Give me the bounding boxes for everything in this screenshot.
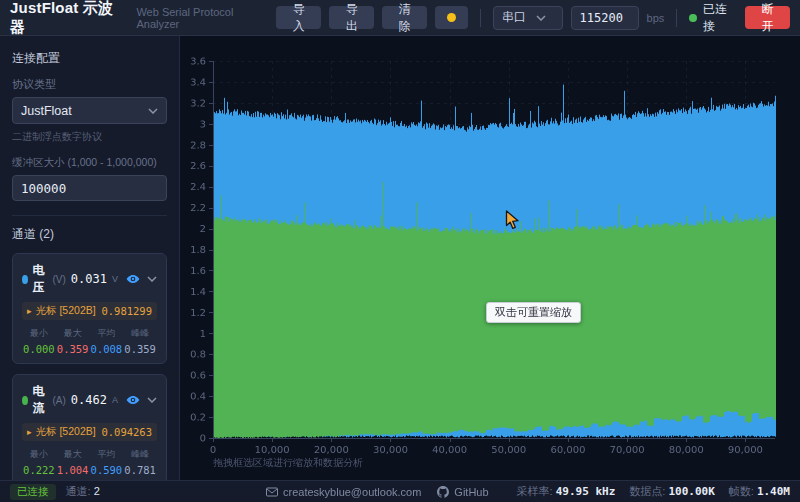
status-bar: 已连接 通道: 2 createskyblue@outlook.com GitH… (0, 480, 800, 502)
cursor-label: 光标 [5202B] (36, 304, 96, 318)
channel-name: 电流 (33, 383, 48, 417)
stat-avg-value: 0.008 (90, 343, 124, 355)
sample-rate: 采样率: 49.95 kHz (517, 484, 616, 499)
data-points-value: 100.00K (668, 485, 714, 498)
stat-pp-value: 0.359 (123, 343, 157, 355)
top-bar: JustFloat 示波器 Web Serial Protocol Analyz… (0, 0, 800, 36)
sample-rate-label: 采样率: (517, 485, 553, 497)
serial-port-select-value: 串口 (502, 9, 526, 26)
stat-avg-label: 平均 (90, 448, 124, 461)
record-indicator-button[interactable] (435, 6, 468, 29)
stat-max-label: 最大 (56, 448, 90, 461)
baud-rate-input[interactable] (571, 6, 639, 30)
channel-value-unit: A (112, 395, 118, 405)
protocol-select-value: JustFloat (21, 104, 72, 118)
stat-avg-label: 平均 (90, 327, 124, 340)
stat-min-label: 最小 (22, 448, 56, 461)
buffer-size-input[interactable] (12, 175, 167, 201)
toolbar-divider (480, 9, 481, 27)
github-text: GitHub (454, 486, 488, 498)
clear-button[interactable]: 清除 (382, 6, 427, 29)
frame-count-label: 帧数: (729, 485, 754, 497)
app-window: JustFloat 示波器 Web Serial Protocol Analyz… (0, 0, 800, 502)
chevron-down-icon (536, 15, 546, 21)
channels-count: 通道: 2 (66, 484, 100, 499)
stat-pp-value: 0.781 (123, 464, 157, 476)
connection-status-label: 已连接 (703, 1, 737, 35)
channel-stats: 最小 0.222 最大 1.004 平均 0.590 峰峰 0.781 (22, 448, 157, 476)
stat-max-value: 0.359 (56, 343, 90, 355)
record-dot-icon (447, 13, 456, 22)
status-badge: 已连接 (10, 484, 56, 500)
frame-count: 帧数: 1.40M (729, 484, 790, 499)
channels-heading: 通道 (2) (12, 226, 167, 243)
channels-count-value: 2 (94, 485, 100, 497)
email-link[interactable]: createskyblue@outlook.com (266, 486, 421, 498)
channel-value-unit: V (112, 274, 118, 284)
channel-header: 电流 (A) 0.462 A (22, 383, 157, 417)
email-text: createskyblue@outlook.com (283, 486, 421, 498)
stat-min-label: 最小 (22, 327, 56, 340)
github-link[interactable]: GitHub (437, 486, 488, 498)
chevron-down-icon (148, 108, 158, 114)
collapse-chevron-icon[interactable] (147, 276, 157, 282)
cursor-value: 0.094263 (101, 426, 152, 438)
sample-rate-value: 49.95 kHz (556, 485, 616, 498)
channels-count-label: 通道: (66, 485, 91, 497)
connection-config-heading: 连接配置 (12, 50, 167, 67)
stat-avg-value: 0.590 (90, 464, 124, 476)
data-points: 数据点: 100.00K (629, 484, 714, 499)
channel-name: 电压 (33, 262, 48, 296)
import-button[interactable]: 导入 (276, 6, 321, 29)
cursor-readout-row: ▸ 光标 [5202B] 0.094263 (22, 423, 157, 441)
disconnect-button[interactable]: 断开 (745, 6, 790, 29)
channel-live-value: 0.031 (71, 272, 107, 286)
data-points-label: 数据点: (629, 485, 665, 497)
visibility-eye-icon[interactable] (126, 393, 140, 407)
visibility-eye-icon[interactable] (126, 272, 140, 286)
stat-max-value: 1.004 (56, 464, 90, 476)
stat-max-label: 最大 (56, 327, 90, 340)
toolbar-actions: 导入 导出 清除 串口 bps 已连接 断开 (276, 1, 790, 35)
stat-min-value: 0.000 (22, 343, 56, 355)
channel-stats: 最小 0.000 最大 0.359 平均 0.008 峰峰 0.359 (22, 327, 157, 355)
cursor-value: 0.981299 (101, 305, 152, 317)
toolbar-divider (676, 9, 677, 27)
export-button[interactable]: 导出 (329, 6, 374, 29)
github-icon (437, 486, 449, 498)
cursor-label: 光标 [5202B] (36, 425, 96, 439)
channel-color-dot (22, 396, 28, 405)
stat-pp-label: 峰峰 (123, 327, 157, 340)
channel-card-voltage[interactable]: 电压 (V) 0.031 V ▸ 光标 [5202B] 0.981299 (12, 253, 167, 364)
channel-header: 电压 (V) 0.031 V (22, 262, 157, 296)
oscilloscope-chart-canvas[interactable] (180, 36, 800, 480)
mouse-cursor-icon (505, 210, 520, 230)
protocol-hint: 二进制浮点数字协议 (12, 130, 167, 144)
app-title: JustFloat 示波器 (10, 0, 126, 37)
chart-panel: 拖拽框选区域进行缩放和数据分析 双击可重置缩放 (180, 36, 800, 480)
serial-port-select[interactable]: 串口 (493, 6, 563, 30)
zoom-reset-tooltip: 双击可重置缩放 (486, 302, 581, 323)
stat-pp-label: 峰峰 (123, 448, 157, 461)
sidebar: 连接配置 协议类型 JustFloat 二进制浮点数字协议 缓冲区大小 (1,0… (0, 36, 180, 480)
channel-color-dot (22, 275, 28, 284)
buffer-size-label: 缓冲区大小 (1,000 - 1,000,000) (12, 156, 167, 170)
chart-drag-hint: 拖拽框选区域进行缩放和数据分析 (213, 456, 363, 470)
channel-live-value: 0.462 (71, 393, 107, 407)
protocol-type-label: 协议类型 (12, 77, 167, 92)
mail-icon (266, 486, 278, 498)
channel-unit-label: (V) (53, 274, 66, 285)
frame-count-value: 1.40M (757, 485, 790, 498)
channel-unit-label: (A) (53, 395, 66, 406)
channel-card-current[interactable]: 电流 (A) 0.462 A ▸ 光标 [5202B] 0.094263 (12, 374, 167, 485)
connection-status: 已连接 (689, 1, 737, 35)
protocol-select[interactable]: JustFloat (12, 97, 167, 124)
stat-min-value: 0.222 (22, 464, 56, 476)
sidebar-divider (12, 215, 167, 216)
cursor-marker-icon: ▸ (27, 306, 32, 316)
collapse-chevron-icon[interactable] (147, 397, 157, 403)
app-subtitle: Web Serial Protocol Analyzer (136, 6, 276, 30)
cursor-readout-row: ▸ 光标 [5202B] 0.981299 (22, 302, 157, 320)
baud-unit-label: bps (647, 12, 665, 24)
connection-status-dot (689, 14, 697, 22)
